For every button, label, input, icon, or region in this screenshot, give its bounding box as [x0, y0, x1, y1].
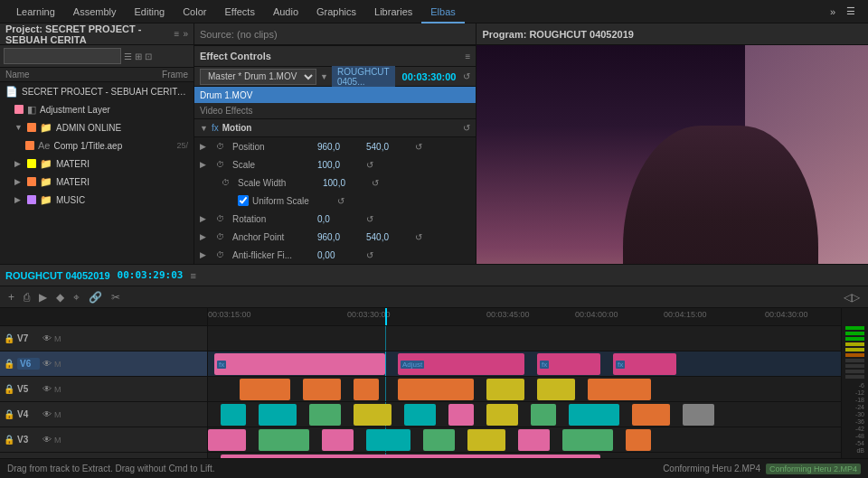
- rotation-reset-icon[interactable]: ↺: [366, 214, 373, 224]
- eye-v5-icon[interactable]: 👁: [42, 384, 52, 394]
- eye-v3-icon[interactable]: 👁: [42, 435, 52, 445]
- track-row-v7[interactable]: [208, 326, 841, 351]
- anchor-value1[interactable]: 960,0: [317, 232, 363, 242]
- clip-v5-2[interactable]: [303, 379, 341, 400]
- antiflicker-value[interactable]: 0,00: [317, 250, 363, 260]
- position-value1[interactable]: 960,0: [317, 142, 363, 152]
- solo-v6-icon[interactable]: M: [54, 360, 61, 369]
- clip-v6-4[interactable]: fx: [613, 353, 676, 375]
- project-list-view-icon[interactable]: ☰: [124, 52, 132, 61]
- project-search-input[interactable]: [4, 48, 121, 64]
- ec-sequence-name[interactable]: ROUGHCUT 0405...: [332, 66, 395, 88]
- nav-libraries[interactable]: Libraries: [365, 0, 421, 23]
- tl-menu-icon[interactable]: ≡: [190, 270, 195, 281]
- clip-v5-1[interactable]: [240, 379, 290, 400]
- uniform-scale-reset-icon[interactable]: ↺: [337, 196, 344, 206]
- lock-v5-icon[interactable]: 🔒: [4, 384, 14, 394]
- tl-add-track-icon[interactable]: +: [5, 290, 17, 305]
- project-menu-icon[interactable]: ≡: [175, 29, 180, 39]
- solo-v4-icon[interactable]: M: [54, 410, 61, 419]
- ec-reset-icon[interactable]: ↺: [463, 71, 470, 81]
- clip-v4-4[interactable]: [354, 404, 392, 426]
- rotation-value[interactable]: 0,0: [317, 214, 363, 224]
- motion-expand-icon[interactable]: [200, 124, 208, 133]
- scale-reset-icon[interactable]: ↺: [366, 160, 373, 170]
- nav-audio[interactable]: Audio: [264, 0, 307, 23]
- clip-v4-9[interactable]: [569, 404, 619, 426]
- clip-v3-1[interactable]: [208, 429, 246, 451]
- clip-v3-6[interactable]: [467, 429, 505, 451]
- list-item[interactable]: 📁 MUSIC: [0, 191, 193, 209]
- nav-hamburger-icon[interactable]: ☰: [841, 5, 861, 17]
- tl-marker-icon[interactable]: ◆: [53, 290, 67, 305]
- scale-width-value[interactable]: 100,0: [323, 178, 368, 188]
- clip-v6-2[interactable]: Adjust: [398, 353, 524, 375]
- clip-v4-2[interactable]: [259, 404, 297, 426]
- clip-v4-3[interactable]: [309, 404, 341, 426]
- track-row-v3[interactable]: [208, 427, 841, 453]
- nav-color[interactable]: Color: [174, 0, 215, 23]
- nav-effects[interactable]: Effects: [215, 0, 263, 23]
- nav-more-icon[interactable]: »: [825, 6, 841, 17]
- eye-v6-icon[interactable]: 👁: [42, 359, 52, 369]
- tl-link-icon[interactable]: 🔗: [86, 290, 105, 305]
- list-item[interactable]: 📁 MATERI: [0, 173, 193, 191]
- tl-select-icon[interactable]: ✂: [108, 290, 123, 305]
- track-row-v4[interactable]: [208, 402, 841, 427]
- track-row-v6[interactable]: fx Adjust fx fx: [208, 351, 841, 377]
- clip-v3-7[interactable]: [518, 429, 550, 451]
- anchor-value2[interactable]: 540,0: [366, 232, 411, 242]
- lock-v7-icon[interactable]: 🔒: [4, 333, 14, 343]
- clip-v3-8[interactable]: [562, 429, 613, 451]
- motion-reset-icon[interactable]: ↺: [463, 123, 470, 133]
- nav-learning[interactable]: Learning: [7, 0, 64, 23]
- clip-v4-6[interactable]: [448, 404, 474, 426]
- solo-v7-icon[interactable]: M: [54, 334, 61, 343]
- clip-v5-4[interactable]: [398, 379, 474, 400]
- project-icon-view-icon[interactable]: ⊞: [135, 52, 142, 61]
- ec-clip-dropdown[interactable]: Master * Drum 1.MOV: [200, 69, 316, 85]
- solo-v3-icon[interactable]: M: [54, 436, 61, 445]
- clip-v5-7[interactable]: [588, 379, 651, 400]
- clip-v5-6[interactable]: [537, 379, 575, 400]
- nav-elbas[interactable]: Elbas: [421, 0, 465, 23]
- list-item[interactable]: 📄 SECRET PROJECT - SEBUAH CERITA.pproj: [0, 82, 193, 100]
- eye-v4-icon[interactable]: 👁: [42, 409, 52, 419]
- tl-sequence-icon[interactable]: ⎙: [21, 290, 33, 305]
- nav-graphics[interactable]: Graphics: [307, 0, 365, 23]
- project-expand-icon[interactable]: »: [183, 29, 188, 39]
- track-row-v5[interactable]: [208, 377, 841, 402]
- nav-assembly[interactable]: Assembly: [64, 0, 126, 23]
- clip-v4-8[interactable]: [531, 404, 556, 426]
- clip-v3-5[interactable]: [423, 429, 455, 451]
- list-item[interactable]: Ae Comp 1/Title.aep 25/: [0, 136, 193, 155]
- list-item[interactable]: ◧ Adjustment Layer: [0, 100, 193, 118]
- clip-v3-3[interactable]: [322, 429, 354, 451]
- anchor-reset-icon[interactable]: ↺: [415, 232, 422, 242]
- project-freeform-icon[interactable]: ⊡: [145, 52, 152, 61]
- position-value2[interactable]: 540,0: [366, 142, 411, 152]
- scale-value[interactable]: 100,0: [317, 160, 363, 170]
- clip-v4-7[interactable]: [486, 404, 518, 426]
- solo-v5-icon[interactable]: M: [54, 385, 61, 394]
- nav-editing[interactable]: Editing: [126, 0, 175, 23]
- ec-menu-icon[interactable]: ≡: [466, 52, 471, 61]
- clip-v3-2[interactable]: [259, 429, 309, 451]
- clip-v4-1[interactable]: [221, 404, 246, 426]
- clip-v5-3[interactable]: [354, 379, 379, 400]
- clip-v4-10[interactable]: [632, 404, 670, 426]
- clip-v4-5[interactable]: [404, 404, 436, 426]
- clip-v6-3[interactable]: fx: [537, 353, 600, 375]
- list-item[interactable]: 📁 ADMIN ONLINE: [0, 118, 193, 136]
- tl-zoom-slider[interactable]: ◁▷: [841, 290, 863, 305]
- scale-width-reset-icon[interactable]: ↺: [372, 178, 379, 188]
- lock-v4-icon[interactable]: 🔒: [4, 409, 14, 419]
- clip-v4-11[interactable]: [683, 404, 714, 426]
- eye-v7-icon[interactable]: 👁: [42, 333, 52, 343]
- clip-v6-1[interactable]: fx: [214, 353, 385, 375]
- position-reset-icon[interactable]: ↺: [415, 142, 422, 152]
- uniform-scale-checkbox[interactable]: [238, 195, 249, 206]
- clip-v3-4[interactable]: [366, 429, 410, 451]
- lock-v3-icon[interactable]: 🔒: [4, 435, 14, 445]
- clip-v3-9[interactable]: [626, 429, 651, 451]
